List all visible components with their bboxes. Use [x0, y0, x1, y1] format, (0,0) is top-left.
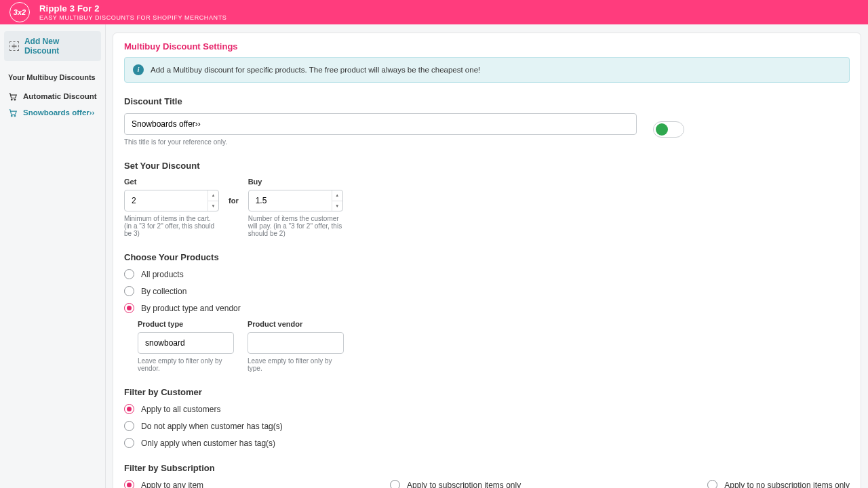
radio-icon: [124, 480, 134, 488]
app-header: 3x2 Ripple 3 For 2 EASY MULTIBUY DISCOUN…: [0, 0, 868, 24]
sidebar-item-snowboards[interactable]: Snowboards offer››: [0, 104, 105, 121]
radio-label: Apply to all customers: [141, 405, 220, 414]
radio-label: By collection: [141, 287, 186, 296]
radio-icon: [124, 404, 134, 414]
radio-icon: [124, 286, 134, 296]
buy-spinner[interactable]: ▲▼: [332, 190, 342, 211]
get-input[interactable]: [124, 190, 219, 211]
banner-text: Add a Multibuy discount for specific pro…: [151, 66, 480, 74]
add-new-discount-button[interactable]: Add New Discount: [4, 31, 101, 61]
toggle-knob: [656, 123, 668, 136]
radio-label: Apply to any item: [141, 481, 203, 489]
app-title: Ripple 3 For 2: [39, 3, 226, 14]
customer-option-only-tag[interactable]: Only apply when customer has tag(s): [124, 438, 850, 448]
radio-label: All products: [141, 270, 184, 279]
sidebar-item-automatic[interactable]: Automatic Discount: [0, 88, 105, 104]
radio-icon: [707, 480, 717, 488]
for-label: for: [229, 178, 239, 205]
info-banner: i Add a Multibuy discount for specific p…: [124, 57, 850, 83]
customer-option-all[interactable]: Apply to all customers: [124, 404, 850, 414]
sidebar-item-label: Automatic Discount: [23, 92, 97, 100]
products-option-type-vendor[interactable]: By product type and vendor: [124, 303, 850, 313]
sidebar-item-label: Snowboards offer››: [23, 108, 94, 117]
settings-card: Multibuy Discount Settings i Add a Multi…: [113, 33, 861, 488]
buy-label: Buy: [248, 178, 343, 186]
cart-icon: [8, 108, 18, 117]
filter-subscription-label: Filter by Subscription: [124, 463, 850, 473]
discount-title-input[interactable]: [124, 113, 637, 135]
product-vendor-label: Product vendor: [248, 320, 344, 328]
products-option-all[interactable]: All products: [124, 269, 850, 279]
subscription-option-any[interactable]: Apply to any item: [124, 480, 203, 488]
product-type-input[interactable]: [138, 332, 234, 354]
app-logo: 3x2: [9, 2, 30, 22]
radio-label: Do not apply when customer has tag(s): [141, 422, 283, 431]
enable-toggle[interactable]: [653, 121, 684, 138]
subscription-option-none[interactable]: Apply to no subscription items only: [707, 480, 850, 488]
svg-point-2: [11, 115, 12, 117]
page-title: Multibuy Discount Settings: [113, 33, 861, 57]
products-option-collection[interactable]: By collection: [124, 286, 850, 296]
header-text: Ripple 3 For 2 EASY MULTIBUY DISCOUNTS F…: [39, 3, 226, 21]
radio-icon: [124, 421, 134, 431]
add-label: Add New Discount: [24, 37, 96, 56]
product-type-label: Product type: [138, 320, 234, 328]
product-vendor-input[interactable]: [248, 332, 344, 354]
filter-customer-label: Filter by Customer: [124, 387, 850, 397]
buy-helper: Number of items the customer will pay. (…: [248, 215, 343, 237]
product-type-helper: Leave empty to filter only by vendor.: [138, 357, 234, 372]
radio-label: By product type and vendor: [141, 304, 241, 313]
subscription-option-only[interactable]: Apply to subscription items only: [390, 480, 521, 488]
product-vendor-helper: Leave empty to filter only by type.: [248, 357, 344, 372]
radio-icon: [124, 303, 134, 313]
svg-point-1: [14, 99, 16, 100]
customer-option-exclude-tag[interactable]: Do not apply when customer has tag(s): [124, 421, 850, 431]
get-spinner[interactable]: ▲▼: [208, 190, 218, 211]
svg-point-0: [11, 99, 12, 100]
sidebar-section-label: Your Multibuy Discounts: [0, 73, 105, 81]
svg-point-3: [14, 115, 16, 117]
info-icon: i: [133, 64, 144, 75]
radio-label: Apply to subscription items only: [407, 481, 521, 489]
radio-label: Only apply when customer has tag(s): [141, 439, 275, 448]
choose-products-label: Choose Your Products: [124, 252, 850, 262]
sidebar: Add New Discount Your Multibuy Discounts…: [0, 24, 106, 488]
radio-label: Apply to no subscription items only: [724, 481, 850, 489]
app-subtitle: EASY MULTIBUY DISCOUNTS FOR SHOPIFY MERC…: [39, 14, 226, 21]
discount-title-label: Discount Title: [124, 96, 850, 106]
cart-icon: [8, 92, 18, 100]
radio-icon: [390, 480, 400, 488]
radio-icon: [124, 438, 134, 448]
buy-input[interactable]: [248, 190, 343, 211]
get-helper: Minimum of items in the cart. (in a "3 f…: [124, 215, 219, 237]
main-content: Multibuy Discount Settings i Add a Multi…: [106, 24, 868, 488]
get-label: Get: [124, 178, 219, 186]
discount-title-helper: This title is for your reference only.: [124, 138, 637, 146]
radio-icon: [124, 269, 134, 279]
add-icon: [9, 41, 19, 51]
set-discount-label: Set Your Discount: [124, 161, 850, 171]
